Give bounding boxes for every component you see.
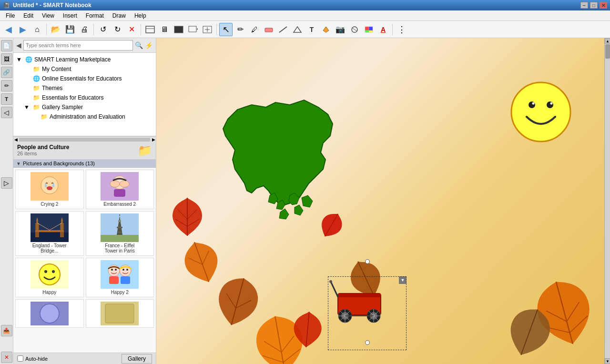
share-icon[interactable]: 📤 xyxy=(1,325,12,336)
search-options-button[interactable]: ⚡ xyxy=(145,41,153,49)
tree-item-admin-eval[interactable]: 📁 Administration and Evaluation xyxy=(13,112,156,121)
maximize-button[interactable]: □ xyxy=(590,2,598,9)
gallery-item-happy2[interactable]: Happy 2 xyxy=(86,258,154,297)
canvas-vscroll[interactable]: ▲ ▼ xyxy=(604,38,610,364)
menu-edit[interactable]: Edit xyxy=(20,11,37,20)
scroll-thumb[interactable] xyxy=(605,44,610,59)
hscroll-thumb xyxy=(19,138,150,142)
subcategory-row[interactable]: ▼ Pictures and Backgrounds (13) xyxy=(13,160,156,168)
gallery-grid: Crying 2 xyxy=(13,168,156,353)
page-icon[interactable]: 📄 xyxy=(1,40,12,51)
magnify-button[interactable] xyxy=(201,23,214,36)
display-button[interactable]: 🖥 xyxy=(158,23,171,36)
menu-view[interactable]: View xyxy=(38,11,58,20)
svg-point-19 xyxy=(45,183,47,187)
pen-icon[interactable]: ✏ xyxy=(1,80,12,91)
menu-draw[interactable]: Draw xyxy=(109,11,130,20)
folder-icon: 📁 xyxy=(32,84,40,92)
menu-help[interactable]: Help xyxy=(131,11,150,20)
titlebar-controls: − □ ✕ xyxy=(580,2,607,9)
autohide-label[interactable]: Auto-hide xyxy=(25,356,48,362)
redo-button[interactable]: ↻ xyxy=(111,23,124,36)
svg-rect-15 xyxy=(365,30,369,32)
autohide-checkbox[interactable] xyxy=(17,355,23,362)
tree-hscroll[interactable]: ◀ ▶ xyxy=(13,136,156,142)
eraser2-tool-button[interactable] xyxy=(348,23,361,36)
rotate-handle[interactable] xyxy=(365,259,370,264)
color-picker-button[interactable] xyxy=(362,23,376,36)
more-tools-button[interactable]: ⋮ xyxy=(395,23,408,36)
screen-shade-button[interactable] xyxy=(143,23,157,36)
gallery-item-bottom1[interactable] xyxy=(15,299,84,328)
canvas-area[interactable]: ▼ xyxy=(156,38,610,364)
menubar: File Edit View Insert Format Draw Help xyxy=(0,10,610,21)
scroll-right-btn[interactable]: ▶ xyxy=(151,137,156,142)
gallery-item-embarrassed2[interactable]: Embarrassed 2 xyxy=(86,170,154,209)
search-button[interactable]: 🔍 xyxy=(135,41,143,49)
text-tool-button[interactable]: T xyxy=(305,23,318,36)
highlighter-tool-button[interactable]: 🖊 xyxy=(248,23,261,36)
tree-label: Essentials for Educators xyxy=(42,94,103,101)
print-button[interactable]: 🖨 xyxy=(78,23,91,36)
record-button[interactable] xyxy=(186,23,200,36)
search-back-button[interactable]: ◀ xyxy=(16,41,21,49)
main-layout: 📄 🖼 🔗 ✏ T ◁ ▷ 📤 ✕ ◀ 🔍 ⚡ ▼ 🌐 SMART Learni… xyxy=(0,38,610,364)
font-color-button[interactable]: A xyxy=(376,23,390,36)
tree-item-gallery-sampler[interactable]: ▼ 📁 Gallery Sampler xyxy=(13,102,156,112)
gallery-item-england[interactable]: England - Tower Bridge... xyxy=(15,211,84,256)
svg-point-61 xyxy=(40,304,59,323)
gallery-item-france[interactable]: France - Eiffel Tower in Paris xyxy=(86,211,154,256)
app-icon: 📓 xyxy=(3,2,10,9)
text-icon[interactable]: T xyxy=(1,93,12,105)
scroll-left-btn[interactable]: ◀ xyxy=(13,137,18,142)
eraser-tool-button[interactable] xyxy=(262,23,275,36)
line-tool-button[interactable] xyxy=(276,23,290,36)
save-button[interactable]: 💾 xyxy=(63,23,77,36)
minimize-button[interactable]: − xyxy=(580,2,588,9)
home-button[interactable]: ⌂ xyxy=(30,23,44,36)
subcategory-label: Pictures and Backgrounds (13) xyxy=(23,161,95,166)
menu-format[interactable]: Format xyxy=(82,11,108,20)
arrow-right-icon[interactable]: ▷ xyxy=(1,177,12,189)
menu-file[interactable]: File xyxy=(2,11,19,20)
link-icon[interactable]: 🔗 xyxy=(1,67,12,78)
delete-button[interactable]: ✕ xyxy=(125,23,138,36)
tree-item-essentials[interactable]: 📁 Essentials for Educators xyxy=(13,93,156,102)
collapse-icon xyxy=(23,84,30,92)
svg-rect-0 xyxy=(146,26,154,33)
open-button[interactable]: 📂 xyxy=(49,23,62,36)
back-button[interactable]: ◀ xyxy=(2,23,15,36)
gallery-item-crying2[interactable]: Crying 2 xyxy=(15,170,84,209)
forward-button[interactable]: ▶ xyxy=(16,23,30,36)
gallery-item-happy[interactable]: Happy xyxy=(15,258,84,297)
gallery-grid-inner: Crying 2 xyxy=(15,170,154,328)
shapes-tool-button[interactable] xyxy=(291,23,304,36)
search-input[interactable] xyxy=(23,40,133,51)
select-tool-button[interactable]: ↖ xyxy=(219,23,233,36)
menu-insert[interactable]: Insert xyxy=(59,11,81,20)
gallery-label-crying2: Crying 2 xyxy=(41,202,58,207)
tree-item-themes[interactable]: 📁 Themes xyxy=(13,83,156,93)
camera-tool-button[interactable]: 📷 xyxy=(334,23,347,36)
undo-button[interactable]: ↺ xyxy=(96,23,110,36)
arrow-left-icon[interactable]: ◁ xyxy=(1,107,12,118)
bottom-resize-handle[interactable] xyxy=(365,340,370,345)
gallery-label-england: England - Tower Bridge... xyxy=(28,243,71,253)
tree-item-my-content[interactable]: 📁 My Content xyxy=(13,64,156,74)
gallery-button[interactable]: Gallery xyxy=(122,354,152,364)
scroll-up-arrow[interactable]: ▲ xyxy=(605,38,610,44)
svg-point-25 xyxy=(120,181,129,187)
wagon-selected-item[interactable]: ▼ xyxy=(328,267,407,343)
svg-rect-16 xyxy=(369,30,373,32)
pen-tool-button[interactable]: ✏ xyxy=(234,23,247,36)
fill-tool-button[interactable] xyxy=(319,23,333,36)
gallery-item-bottom2[interactable] xyxy=(86,299,154,328)
image-icon[interactable]: 🖼 xyxy=(1,53,12,65)
tree-item-online-essentials[interactable]: 🌐 Online Essentials for Educators xyxy=(13,74,156,83)
asia-map xyxy=(199,81,352,235)
scroll-down-arrow[interactable]: ▼ xyxy=(605,358,610,364)
close-button[interactable]: ✕ xyxy=(600,2,607,9)
tree-item-smart-marketplace[interactable]: ▼ 🌐 SMART Learning Marketplace xyxy=(13,55,156,64)
blank-screen-button[interactable] xyxy=(172,23,185,36)
delete-icon[interactable]: ✕ xyxy=(1,352,12,363)
